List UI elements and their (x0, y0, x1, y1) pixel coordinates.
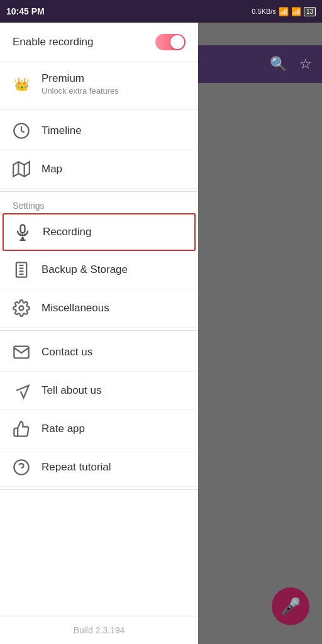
network-speed: 0.5KB/s (252, 8, 276, 15)
status-right: 0.5KB/s 📶 📶 13 (252, 7, 316, 16)
misc-label: Miscellaneous (42, 302, 109, 314)
menu-item-map[interactable]: Map (0, 150, 198, 189)
menu-item-premium[interactable]: 👑 Premium Unlock extra features (0, 62, 198, 106)
crown-icon: 👑 (13, 75, 30, 93)
premium-sublabel: Unlock extra features (42, 86, 119, 96)
menu-item-timeline[interactable]: Timeline (0, 112, 198, 150)
menu-item-recording[interactable]: Recording (3, 213, 196, 251)
menu-item-rate[interactable]: Rate app (0, 410, 198, 448)
menu-item-tell[interactable]: Tell about us (0, 372, 198, 410)
divider-4 (0, 489, 198, 490)
recording-label: Recording (43, 226, 92, 238)
timeline-label: Timeline (42, 125, 82, 137)
map-label: Map (42, 163, 62, 175)
mail-icon (13, 343, 30, 361)
build-info: Build 2.3.194 (0, 616, 198, 644)
send-icon (13, 382, 30, 399)
status-time: 10:45 PM (6, 6, 45, 16)
side-drawer: Enable recording 👑 Premium Unlock extra … (0, 23, 198, 644)
clock-icon (13, 122, 30, 140)
menu-section: 👑 Premium Unlock extra features Timeline (0, 62, 198, 616)
divider-2 (0, 191, 198, 192)
svg-point-7 (22, 238, 23, 239)
menu-item-contact[interactable]: Contact us (0, 333, 198, 372)
map-icon (13, 160, 30, 178)
svg-rect-4 (21, 225, 25, 233)
svg-marker-1 (13, 162, 30, 176)
search-icon[interactable]: 🔍 (270, 56, 287, 72)
gear-icon (13, 299, 30, 317)
recording-toggle[interactable] (155, 34, 186, 50)
menu-item-tutorial[interactable]: Repeat tutorial (0, 448, 198, 487)
star-icon[interactable]: ☆ (299, 56, 312, 72)
help-icon (13, 458, 30, 476)
signal-icon: 📶 (279, 7, 289, 16)
enable-recording-row: Enable recording (0, 23, 198, 62)
tutorial-label: Repeat tutorial (42, 461, 111, 474)
premium-label: Premium (42, 72, 119, 85)
svg-point-16 (19, 306, 24, 311)
tell-label: Tell about us (42, 384, 101, 397)
contact-label: Contact us (42, 346, 92, 358)
divider-1 (0, 109, 198, 109)
thumbsup-icon (13, 420, 30, 438)
status-bar: 10:45 PM 0.5KB/s 📶 📶 13 (0, 0, 322, 23)
mic-icon (14, 223, 31, 241)
toggle-knob (170, 35, 184, 49)
divider-3 (0, 330, 198, 331)
settings-section-label: Settings (0, 194, 198, 213)
enable-recording-label: Enable recording (13, 36, 94, 48)
menu-item-misc[interactable]: Miscellaneous (0, 289, 198, 328)
backup-label: Backup & Storage (42, 264, 128, 276)
wifi-icon: 📶 (291, 7, 301, 16)
menu-item-backup[interactable]: Backup & Storage (0, 251, 198, 289)
rate-label: Rate app (42, 423, 85, 435)
fab-microphone-button[interactable]: 🎤 (272, 587, 309, 625)
microphone-icon: 🎤 (280, 597, 301, 616)
battery-badge: 13 (304, 7, 316, 16)
storage-icon (13, 261, 30, 279)
